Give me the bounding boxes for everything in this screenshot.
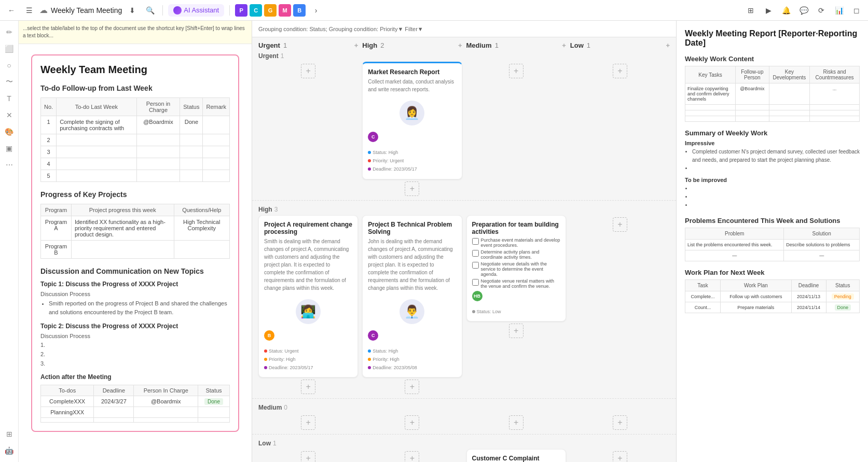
tool-frame[interactable]: ▣ (2, 141, 17, 156)
nw-col-task: Task (685, 280, 721, 291)
add-card-urgent-high[interactable]: + (405, 181, 419, 196)
tab-p[interactable]: P (235, 4, 247, 17)
group-high-cards: Project A requirement change processing … (252, 215, 676, 395)
play-icon[interactable]: ▶ (761, 3, 776, 18)
medium-urgent-col: + (258, 413, 358, 430)
add-card-low-low[interactable]: + (613, 451, 627, 462)
prog-col-program: Program (41, 204, 72, 216)
tool-circle[interactable]: ○ (2, 58, 17, 73)
menu-button[interactable]: ☰ (22, 3, 36, 18)
add-card-high-low[interactable]: + (613, 217, 627, 232)
search-button[interactable]: 🔍 (143, 3, 157, 18)
card-team-building[interactable]: Preparation for team building activities… (466, 215, 566, 321)
group-medium-cards: + + + + (252, 413, 676, 430)
checkbox-1[interactable] (472, 238, 479, 245)
add-card-med-low[interactable]: + (613, 415, 627, 430)
table-row (685, 105, 860, 110)
tab-c[interactable]: C (250, 4, 262, 17)
impressive-text: Completed customer N's project demand su… (685, 148, 860, 173)
checkbox-2[interactable] (472, 250, 479, 257)
tool-rect[interactable]: ⬜ (2, 41, 17, 56)
chart-icon[interactable]: 📊 (832, 3, 846, 18)
group-urgent: Urgent 1 + Market Research Report Collec… (252, 49, 676, 201)
add-card-low-high[interactable]: + (405, 451, 419, 462)
add-card-med-high[interactable]: + (405, 415, 419, 430)
tool-text[interactable]: T (2, 91, 17, 106)
col-urgent-header: Urgent 1 + (258, 41, 358, 49)
panel-icon[interactable]: ◻ (849, 3, 864, 18)
add-card-med-urgent[interactable]: + (301, 415, 315, 430)
sidebar-ai[interactable]: 🤖 (2, 443, 17, 458)
add-card-low-urgent[interactable]: + (301, 451, 315, 462)
col-high-add[interactable]: + (458, 41, 462, 49)
rpt-col-dev: Key Developments (769, 66, 809, 83)
todo-task: Complete the signing of purchasing contr… (57, 116, 137, 134)
tab-m[interactable]: M (279, 4, 291, 17)
tab-b[interactable]: B (293, 4, 306, 17)
grid-icon[interactable]: ⊞ (743, 3, 758, 18)
topbar: ← ☰ ☁ Weekly Team Meeting ⬇ 🔍 AI Assista… (0, 0, 868, 21)
checkbox-3[interactable] (472, 262, 479, 269)
group-high-label: High 3 (252, 203, 676, 215)
col-urgent-add[interactable]: + (354, 41, 359, 49)
col-low-count: 1 (587, 41, 590, 49)
nw-task2: Count... (685, 302, 721, 313)
card-project-a[interactable]: Project A requirement change processing … (258, 215, 358, 378)
add-card-high-urgent[interactable]: + (301, 380, 315, 394)
todo-col-status: Status (180, 98, 203, 116)
card-market-meta: Status: High Priority: Urgent Deadline: … (368, 148, 456, 174)
add-card-high-medium[interactable]: + (509, 324, 523, 338)
urgent-high-col: Market Research Report Collect market da… (362, 62, 462, 196)
doc-note: ...select the table/label to the top of … (19, 21, 252, 44)
tool-more1[interactable]: ⋯ (2, 158, 17, 172)
add-card-urgent-urgent[interactable]: + (301, 64, 315, 78)
col-high-label: High (362, 41, 377, 49)
card-market-tag: C (368, 132, 378, 142)
page-title: Weekly Team Meeting (51, 6, 122, 15)
card-market-research[interactable]: Market Research Report Collect market da… (362, 62, 462, 179)
prog-col-help: Questions/Help (174, 204, 229, 216)
card-b-title: Project B Technical Problem Solving (368, 221, 456, 235)
tool-pencil[interactable]: ✏ (2, 25, 17, 39)
add-card-med-medium[interactable]: + (509, 415, 523, 430)
nw-plan2: Prepare materials (721, 302, 791, 313)
checkbox-4[interactable] (472, 279, 479, 286)
table-row: Program A Identified XX functionality as… (41, 216, 230, 241)
add-card-high-high[interactable]: + (405, 380, 419, 394)
card-b-desc: John is dealing with the demand changes … (368, 237, 456, 292)
medium-low-col: + (570, 413, 670, 430)
card-project-b[interactable]: Project B Technical Problem Solving John… (362, 215, 462, 378)
group-urgent-label: Urgent 1 (252, 49, 676, 62)
sidebar-grid[interactable]: ⊞ (2, 427, 17, 441)
medium-high-col: + (362, 413, 462, 430)
action-todo2: PlanningXXX (41, 407, 94, 418)
table-row (685, 116, 860, 122)
back-button[interactable]: ← (4, 3, 19, 18)
table-row: PlanningXXX (41, 407, 230, 418)
tool-cross[interactable]: ✕ (2, 108, 17, 122)
bell-icon[interactable]: 🔔 (779, 3, 793, 18)
nw-deadline2: 2024/11/14 (791, 302, 826, 313)
topic1-content: Smith reported on the progress of Projec… (40, 299, 230, 317)
tool-color[interactable]: 🎨 (2, 124, 17, 139)
col-low-label: Low (570, 41, 584, 49)
add-card-urgent-medium[interactable]: + (509, 64, 523, 78)
card-market-avatar: 👩‍💼 (399, 101, 424, 125)
col-low-header: Low 1 + (570, 41, 670, 49)
group-low: Low 1 + + Customer C Complaint Handling … (252, 437, 676, 462)
ai-assistant-button[interactable]: AI Assistant (168, 4, 224, 17)
card-market-avatar-wrap: 👩‍💼 (368, 97, 456, 129)
ai-label: AI Assistant (184, 6, 219, 14)
tab-g[interactable]: G (264, 4, 277, 17)
high-high-col: Project B Technical Problem Solving John… (362, 215, 462, 395)
more-tabs-button[interactable]: › (309, 3, 323, 18)
download-button[interactable]: ⬇ (125, 3, 140, 18)
chat-icon[interactable]: 💬 (796, 3, 811, 18)
rpt-col-task: Key Tasks (685, 66, 736, 83)
col-low-add[interactable]: + (666, 41, 670, 49)
add-card-urgent-low[interactable]: + (613, 64, 627, 78)
refresh-icon[interactable]: ⟳ (814, 3, 829, 18)
tool-line[interactable]: 〜 (2, 75, 17, 89)
card-customer-c[interactable]: Customer C Complaint Handling Contacted … (466, 449, 566, 462)
col-medium-add[interactable]: + (562, 41, 566, 49)
